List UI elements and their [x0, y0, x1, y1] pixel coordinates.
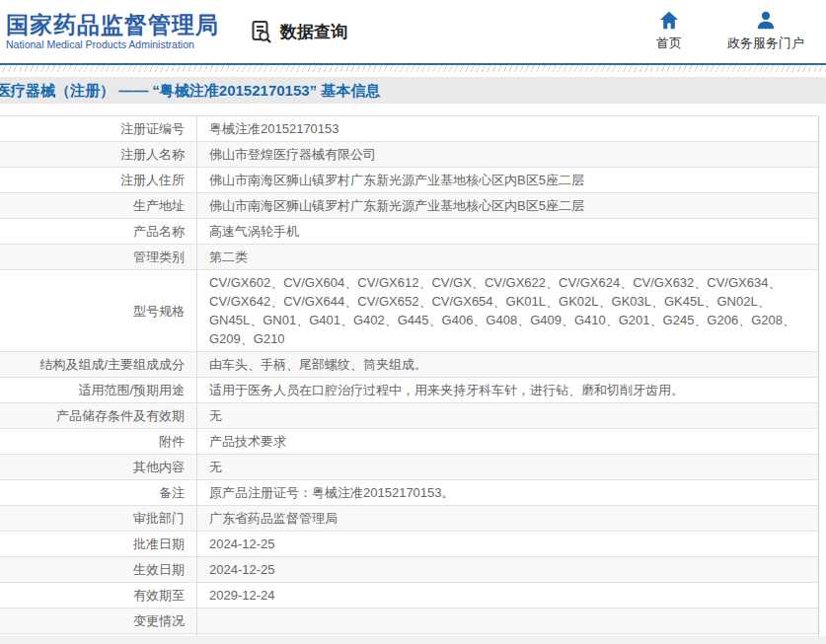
row-label: 有效期至	[0, 583, 197, 608]
row-value: 无	[197, 403, 818, 428]
table-row: 批准日期2024-12-25	[0, 532, 818, 557]
row-label: 适用范围/预期用途	[0, 378, 197, 402]
row-label: 管理类别	[0, 245, 197, 269]
row-label: 附件	[0, 429, 197, 454]
row-label: 其他内容	[0, 455, 197, 479]
bottom-strip	[0, 636, 826, 644]
nav-item-portal[interactable]: 政务服务门户	[727, 11, 804, 52]
row-value: 由车头、手柄、尾部螺纹、筒夹组成。	[197, 352, 818, 377]
row-value: 粤械注准20152170153	[197, 116, 818, 141]
row-label: 产品名称	[0, 219, 197, 244]
table-row: 产品储存条件及有效期无	[0, 403, 818, 429]
page-title: 医疗器械（注册） —— “粤械注准20152170153” 基本信息	[0, 77, 380, 104]
nav-item-home[interactable]: 首页	[656, 11, 682, 52]
nav-item-label: 政务服务门户	[727, 35, 804, 52]
row-value	[197, 608, 818, 633]
row-label: 注册人住所	[0, 168, 197, 192]
table-row: 其他内容无	[0, 455, 818, 480]
table-row: 生产地址佛山市南海区狮山镇罗村广东新光源产业基地核心区内B区5座二层	[0, 193, 818, 219]
row-value: 广东省药品监督管理局	[197, 506, 818, 531]
table-row: 注册人名称佛山市登煌医疗器械有限公司	[0, 142, 818, 168]
logo-title: 国家药品监督管理局	[6, 13, 219, 36]
table-row: 适用范围/预期用途适用于医务人员在口腔治疗过程中，用来夹持牙科车针，进行钻、磨和…	[0, 378, 818, 403]
home-icon	[659, 11, 679, 30]
row-value: 第二类	[197, 245, 818, 269]
row-value: 佛山市登煌医疗器械有限公司	[197, 142, 818, 167]
row-value: 2029-12-24	[197, 583, 818, 608]
data-query-icon	[249, 19, 275, 45]
top-bar: 国家药品监督管理局 National Medical Products Admi…	[0, 0, 826, 63]
table-row: 注册证编号粤械注准20152170153	[0, 116, 818, 142]
row-value: 适用于医务人员在口腔治疗过程中，用来夹持牙科车针，进行钻、磨和切削牙齿用。	[197, 378, 818, 402]
data-query-tab[interactable]: 数据查询	[249, 19, 347, 45]
row-label: 产品储存条件及有效期	[0, 403, 197, 428]
table-row: 有效期至2029-12-24	[0, 583, 818, 608]
row-label: 备注	[0, 480, 197, 505]
top-nav: 首页 政务服务门户	[656, 11, 804, 52]
row-label: 生产地址	[0, 193, 197, 218]
row-label: 审批部门	[0, 506, 197, 531]
row-label: 注册证编号	[0, 116, 197, 141]
row-value: 高速气涡轮手机	[197, 219, 818, 244]
page: 国家药品监督管理局 National Medical Products Admi…	[0, 0, 826, 644]
row-label: 注册人名称	[0, 142, 197, 167]
row-value: 原产品注册证号：粤械注准20152170153。	[197, 480, 818, 505]
row-value: 2024-12-25	[197, 557, 818, 582]
logo-subtitle: National Medical Products Administration	[6, 39, 219, 50]
table-row: 备注原产品注册证号：粤械注准20152170153。	[0, 480, 818, 506]
row-value: 佛山市南海区狮山镇罗村广东新光源产业基地核心区内B区5座二层	[197, 168, 818, 192]
nmpa-logo: 国家药品监督管理局 National Medical Products Admi…	[6, 13, 219, 50]
table-row: 生效日期2024-12-25	[0, 557, 818, 583]
table-row: 管理类别第二类	[0, 245, 818, 270]
data-query-label: 数据查询	[280, 21, 347, 43]
row-label: 批准日期	[0, 532, 197, 556]
row-label: 结构及组成/主要组成成分	[0, 352, 197, 377]
hatch-band	[0, 65, 826, 72]
nav-item-label: 首页	[656, 35, 682, 52]
page-title-bar: 医疗器械（注册） —— “粤械注准20152170153” 基本信息	[0, 77, 826, 104]
row-label: 型号规格	[0, 270, 197, 351]
table-row: 附件产品技术要求	[0, 429, 818, 455]
table-row: 注册人住所佛山市南海区狮山镇罗村广东新光源产业基地核心区内B区5座二层	[0, 168, 818, 193]
row-value: 佛山市南海区狮山镇罗村广东新光源产业基地核心区内B区5座二层	[197, 193, 818, 218]
table-row: 变更情况	[0, 608, 818, 634]
table-row: 审批部门广东省药品监督管理局	[0, 506, 818, 532]
row-value: CV/GX602、CV/GX604、CV/GX612、CV/GX、CV/GX62…	[197, 270, 818, 351]
table-row: 结构及组成/主要组成成分由车头、手柄、尾部螺纹、筒夹组成。	[0, 352, 818, 378]
row-value: 无	[197, 455, 818, 479]
table-row: 型号规格CV/GX602、CV/GX604、CV/GX612、CV/GX、CV/…	[0, 270, 818, 352]
user-icon	[756, 11, 776, 30]
table-row: 产品名称高速气涡轮手机	[0, 219, 818, 245]
row-value: 2024-12-25	[197, 532, 818, 556]
row-value: 产品技术要求	[197, 429, 818, 454]
row-label: 生效日期	[0, 557, 197, 582]
info-table: 注册证编号粤械注准20152170153注册人名称佛山市登煌医疗器械有限公司注册…	[0, 115, 819, 644]
row-label: 变更情况	[0, 608, 197, 633]
